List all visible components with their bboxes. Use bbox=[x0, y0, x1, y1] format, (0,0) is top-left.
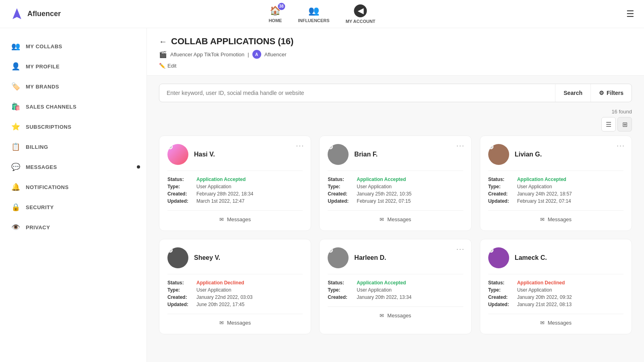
card-6-messages[interactable]: ✉ Messages bbox=[488, 314, 623, 326]
edit-icon: ✏️ bbox=[159, 63, 165, 69]
logo[interactable]: Afluencer bbox=[10, 7, 61, 21]
card-5-messages-label: Messages bbox=[387, 313, 411, 319]
card-5-type-label: Type: bbox=[328, 287, 353, 293]
sidebar-item-security[interactable]: 🔒 SECURITY bbox=[0, 197, 147, 217]
breadcrumb-back: ← COLLAB APPLICATIONS (16) bbox=[159, 36, 632, 47]
edit-link[interactable]: ✏️ Edit bbox=[159, 63, 632, 69]
card-4-messages[interactable]: ✉ Messages bbox=[167, 314, 303, 326]
card-1-menu[interactable]: ··· bbox=[296, 142, 304, 150]
card-6-status-label: Status: bbox=[488, 280, 514, 286]
sidebar-item-messages[interactable]: 💬 MESSAGES bbox=[0, 157, 147, 177]
card-1-status-label: Status: bbox=[167, 177, 193, 182]
card-2-avatar bbox=[328, 144, 349, 165]
card-6-type-row: Type: User Application bbox=[488, 287, 623, 293]
sidebar-item-my-brands[interactable]: 🏷️ MY BRANDS bbox=[0, 76, 147, 97]
card-4-type-row: Type: User Application bbox=[167, 287, 303, 293]
card-1-updated-row: Updated: March 1st 2022, 12:47 bbox=[167, 198, 303, 204]
card-1-messages-icon: ✉ bbox=[219, 216, 224, 222]
my-account-icon: ◀ bbox=[354, 4, 367, 17]
card-2-updated-row: Updated: February 1st 2022, 07:15 bbox=[328, 198, 463, 204]
card-6-type-value: User Application bbox=[517, 287, 552, 293]
card-3-created-value: January 24th 2022, 18:57 bbox=[517, 191, 572, 197]
card-1-status-row: Status: Application Accepted bbox=[167, 177, 303, 182]
notifications-icon: 🔔 bbox=[11, 183, 20, 191]
sidebar-item-billing[interactable]: 📋 BILLING bbox=[0, 137, 147, 157]
collab-meta: 🎬 Afluencer App TikTok Promotion | A Afl… bbox=[159, 50, 632, 59]
card-3-messages[interactable]: ✉ Messages bbox=[488, 210, 623, 222]
my-account-label: MY ACCOUNT bbox=[346, 19, 376, 24]
card-5-user: Harleen D. bbox=[328, 247, 463, 274]
card-4-user: Sheey V. bbox=[167, 247, 303, 274]
card-1-created-row: Created: February 28th 2022, 18:34 bbox=[167, 191, 303, 197]
card-5: ··· Harleen D. Status: Application Accep… bbox=[319, 239, 471, 334]
card-1-type-row: Type: User Application bbox=[167, 184, 303, 189]
card-5-created-label: Created: bbox=[328, 294, 353, 300]
messages-icon: 💬 bbox=[11, 162, 20, 171]
card-1-messages[interactable]: ✉ Messages bbox=[167, 210, 303, 222]
card-2-messages-label: Messages bbox=[387, 216, 411, 222]
page-title: COLLAB APPLICATIONS (16) bbox=[171, 36, 293, 47]
card-4-fields: Status: Application Declined Type: User … bbox=[167, 280, 303, 307]
card-6-created-row: Created: January 20th 2022, 09:32 bbox=[488, 294, 623, 300]
card-5-avatar bbox=[328, 247, 349, 268]
card-5-messages[interactable]: ✉ Messages bbox=[328, 306, 463, 319]
search-button[interactable]: Search bbox=[555, 84, 590, 102]
card-2-created-row: Created: January 25th 2022, 10:35 bbox=[328, 191, 463, 197]
card-4-status-value: Application Declined bbox=[196, 280, 244, 286]
card-6-messages-label: Messages bbox=[548, 320, 572, 326]
card-5-created-row: Created: January 20th 2022, 13:34 bbox=[328, 294, 463, 300]
sales-channels-icon: 🛍️ bbox=[11, 102, 20, 111]
card-6-status-value: Application Declined bbox=[517, 280, 565, 286]
card-2-messages[interactable]: ✉ Messages bbox=[328, 210, 463, 222]
card-2-created-value: January 25th 2022, 10:35 bbox=[357, 191, 411, 197]
hamburger-menu[interactable]: ☰ bbox=[626, 9, 634, 19]
security-icon: 🔒 bbox=[11, 203, 20, 212]
sidebar-item-notifications[interactable]: 🔔 NOTIFICATIONS bbox=[0, 177, 147, 197]
collab-video-icon: 🎬 bbox=[159, 51, 167, 58]
card-2-menu[interactable]: ··· bbox=[456, 142, 465, 150]
back-arrow-button[interactable]: ← bbox=[159, 37, 167, 46]
sidebar-label-privacy: PRIVACY bbox=[26, 224, 50, 230]
card-2-created-label: Created: bbox=[328, 191, 353, 197]
card-4-created-value: January 22nd 2022, 03:03 bbox=[196, 294, 252, 300]
sidebar-item-privacy[interactable]: 👁️ PRIVACY bbox=[0, 217, 147, 237]
my-profile-icon: 👤 bbox=[11, 62, 20, 71]
sidebar-item-sales-channels[interactable]: 🛍️ SALES CHANNELS bbox=[0, 97, 147, 117]
sidebar-item-my-collabs[interactable]: 👥 MY COLLABS bbox=[0, 36, 147, 56]
list-view-button[interactable]: ☰ bbox=[601, 117, 616, 132]
card-3-created-label: Created: bbox=[488, 191, 514, 197]
grid-view-button[interactable]: ⊞ bbox=[617, 117, 632, 132]
card-2-updated-label: Updated: bbox=[328, 198, 353, 204]
privacy-icon: 👁️ bbox=[11, 223, 20, 232]
card-2-name: Brian F. bbox=[354, 151, 378, 158]
card-6-created-value: January 20th 2022, 09:32 bbox=[517, 294, 572, 300]
nav-influencers[interactable]: 👥 INFLUENCERS bbox=[298, 5, 329, 23]
billing-icon: 📋 bbox=[11, 142, 20, 151]
card-5-status-label: Status: bbox=[328, 280, 353, 286]
nav-my-account[interactable]: ◀ MY ACCOUNT bbox=[346, 4, 376, 24]
card-2-user: Brian F. bbox=[328, 144, 463, 171]
sidebar-item-my-profile[interactable]: 👤 MY PROFILE bbox=[0, 56, 147, 76]
sidebar-label-sales-channels: SALES CHANNELS bbox=[26, 104, 76, 110]
card-3-messages-label: Messages bbox=[548, 216, 572, 222]
card-2-status-label: Status: bbox=[328, 177, 353, 182]
content-header: ← COLLAB APPLICATIONS (16) 🎬 Afluencer A… bbox=[147, 28, 644, 76]
sidebar-label-my-collabs: MY COLLABS bbox=[26, 43, 62, 49]
card-2-status-row: Status: Application Accepted bbox=[328, 177, 463, 182]
card-5-name: Harleen D. bbox=[354, 254, 386, 261]
search-bar: Search ⚙ Filters bbox=[159, 84, 632, 102]
card-2-type-row: Type: User Application bbox=[328, 184, 463, 189]
nav-home[interactable]: 38 🏠 HOME bbox=[268, 5, 282, 23]
grid-view-icon: ⊞ bbox=[622, 121, 627, 128]
sidebar-item-subscriptions[interactable]: ⭐ SUBSCRIPTIONS bbox=[0, 117, 147, 137]
sidebar-label-security: SECURITY bbox=[26, 204, 54, 210]
card-3-user: Livian G. bbox=[488, 144, 623, 171]
card-5-menu[interactable]: ··· bbox=[456, 245, 465, 253]
card-2-status-indicator bbox=[328, 144, 333, 149]
search-input[interactable] bbox=[159, 84, 555, 102]
card-6: Lameck C. Status: Application Declined T… bbox=[480, 239, 632, 334]
card-3-menu[interactable]: ··· bbox=[617, 142, 625, 150]
card-1-user: Hasi V. bbox=[167, 144, 303, 171]
filters-button[interactable]: ⚙ Filters bbox=[590, 84, 632, 102]
card-4-type-value: User Application bbox=[196, 287, 231, 293]
